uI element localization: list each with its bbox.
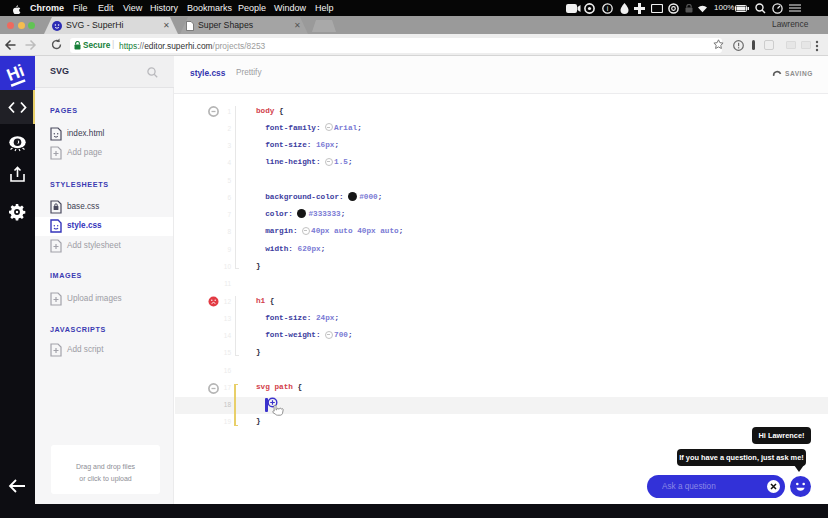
svg-text:i: i bbox=[607, 5, 609, 12]
